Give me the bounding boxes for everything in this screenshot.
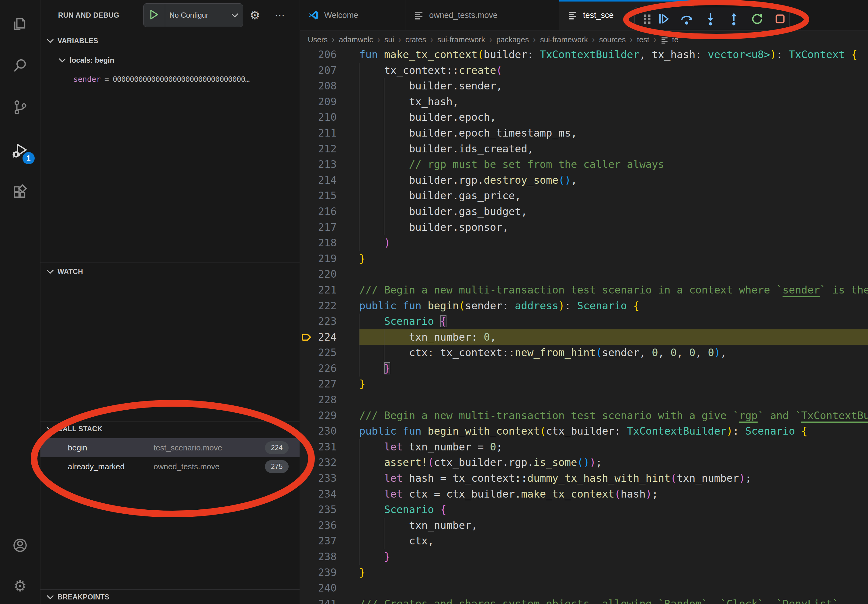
code-line[interactable]: 226 } [300,361,868,376]
line-number: 238 [318,550,337,563]
breadcrumb-item[interactable]: packages [496,35,529,44]
debug-settings-gear-icon[interactable]: ⚙ [250,0,260,30]
call-stack-frame[interactable]: already_markedowned_tests.move275 [40,457,299,476]
breadcrumb-item[interactable]: crates [405,35,426,44]
breakpoints-section-header[interactable]: BREAKPOINTS [48,590,110,604]
code-line[interactable]: 213 // rgp must be set from the caller a… [300,156,868,172]
code-line[interactable]: 232 assert!(ctx_builder.rgp.is_some()); [300,455,868,471]
code-line[interactable]: 220 [300,266,868,282]
code-line[interactable]: 224 txn_number: 0, [300,329,868,345]
code-line[interactable]: 235 Scenario { [300,502,868,517]
source-control-icon[interactable] [0,91,40,124]
more-actions-icon[interactable]: ⋯ [274,0,285,30]
locals-scope-row[interactable]: locals: begin [60,54,114,67]
line-number: 216 [318,205,337,217]
code-line[interactable]: 237 ctx, [300,533,868,549]
code-line[interactable]: 210 builder.epoch, [300,110,868,125]
restart-button[interactable] [750,12,764,26]
code-line[interactable]: 241/// Creates and shares system objects… [300,596,868,604]
breadcrumb-item[interactable]: te [672,35,679,44]
accounts-icon[interactable] [0,528,40,562]
extensions-icon[interactable] [0,176,40,209]
breadcrumb-item[interactable]: sui-framework [540,35,588,44]
code-line[interactable]: 207 tx_context::create( [300,63,868,79]
gutter: 211 [300,125,359,141]
breadcrumb-item[interactable]: sui-framework [437,35,485,44]
breadcrumb-item[interactable]: Users [308,35,327,44]
code-token: begin [428,300,459,312]
code-token: TxContextBuilder [627,425,727,437]
code-line[interactable]: 211 builder.epoch_timestamp_ms, [300,125,868,141]
code-line[interactable]: 229/// Begin a new multi-transaction tes… [300,408,868,424]
code-line[interactable]: 217 builder.sponsor, [300,220,868,235]
breadcrumb-item[interactable]: sui [384,35,394,44]
code-line[interactable]: 240 [300,580,868,596]
code-line[interactable]: 206fun make_tx_context(builder: TxContex… [300,47,868,63]
run-and-debug-icon[interactable]: 1 [0,134,40,167]
code-line[interactable]: 218 ) [300,235,868,251]
code-token: } [359,566,365,578]
debug-config-dropdown[interactable]: No Configur [143,3,243,27]
tab-welcome[interactable]: Welcome [300,0,405,30]
code-line[interactable]: 238 } [300,549,868,565]
section-divider [40,421,299,422]
code-line[interactable]: 239} [300,565,868,581]
gutter: 238 [300,549,359,565]
step-out-button[interactable] [727,12,741,26]
code-line[interactable]: 221/// Begin a new multi-transaction tes… [300,282,868,298]
variables-section-header[interactable]: VARIABLES [48,34,98,48]
breadcrumb-item[interactable]: sources [599,35,626,44]
code-line[interactable]: 222public fun begin(sender: address): Sc… [300,298,868,314]
breadcrumb-item[interactable]: adamwelc [339,35,373,44]
code-line[interactable]: 230public fun begin_with_context(ctx_bui… [300,423,868,439]
code-line[interactable]: 216 builder.gas_budget, [300,204,868,220]
line-number: 215 [318,189,337,201]
code-line[interactable]: 228 [300,392,868,408]
continue-button[interactable] [657,12,671,26]
code-line[interactable]: 212 builder.ids_created, [300,141,868,157]
variable-row[interactable]: sender = 0000000000000000000000000000000… [73,73,250,86]
code-line[interactable]: 231 let txn_number = 0; [300,439,868,455]
code-token: builder.ids_created, [359,142,533,155]
code-line[interactable]: 208 builder.sender, [300,78,868,94]
code-token: Random [664,598,702,604]
step-into-button[interactable] [703,12,718,26]
code-line[interactable]: 209 tx_hash, [300,94,868,110]
settings-gear-icon[interactable]: ⚙ [0,569,40,603]
breadcrumb-item[interactable]: test [637,35,649,44]
code-token: :: [502,346,515,359]
code-token: ( [614,488,620,500]
drag-handle[interactable] [640,12,654,26]
call-stack-section-header[interactable]: CALL STACK Paused on step [48,422,292,435]
gutter: 223 [300,314,359,329]
code-line[interactable]: 223 Scenario { [300,314,868,329]
code-line[interactable]: 215 builder.gas_price, [300,188,868,204]
explorer-icon[interactable] [0,7,40,41]
gutter: 209 [300,94,359,110]
breadcrumb-separator: › [630,35,632,44]
frame-line-badge: 275 [265,460,288,473]
config-label: No Configur [165,11,231,19]
start-debug-icon[interactable] [144,9,165,21]
code-line[interactable]: 214 builder.rgp.destroy_some(), [300,172,868,188]
gutter: 216 [300,204,359,220]
code-line[interactable]: 227} [300,376,868,392]
code-line[interactable]: 219} [300,251,868,267]
code-line[interactable]: 225 ctx: tx_context::new_from_hint(sende… [300,345,868,361]
chevron-down-icon [47,424,54,431]
code-token: 0 [484,331,490,343]
call-stack-frame[interactable]: begintest_scenario.move224 [40,438,299,457]
tab-owned-tests[interactable]: owned_tests.move [405,0,559,30]
step-over-button[interactable] [679,12,694,26]
stop-button[interactable] [773,12,787,26]
search-icon[interactable] [0,49,40,82]
code-token: ` [832,598,839,604]
code-token: ( [671,472,677,484]
code-line[interactable]: 234 let ctx = ctx_builder.make_tx_contex… [300,486,868,502]
code-token: ctx_builder.rgp. [434,456,534,468]
code-token: make_tx_context [521,488,614,500]
code-line[interactable]: 236 txn_number, [300,517,868,533]
watch-section-header[interactable]: WATCH [48,265,83,278]
code-token: ` and ` [758,409,801,421]
code-line[interactable]: 233 let hash = tx_context::dummy_tx_hash… [300,471,868,486]
